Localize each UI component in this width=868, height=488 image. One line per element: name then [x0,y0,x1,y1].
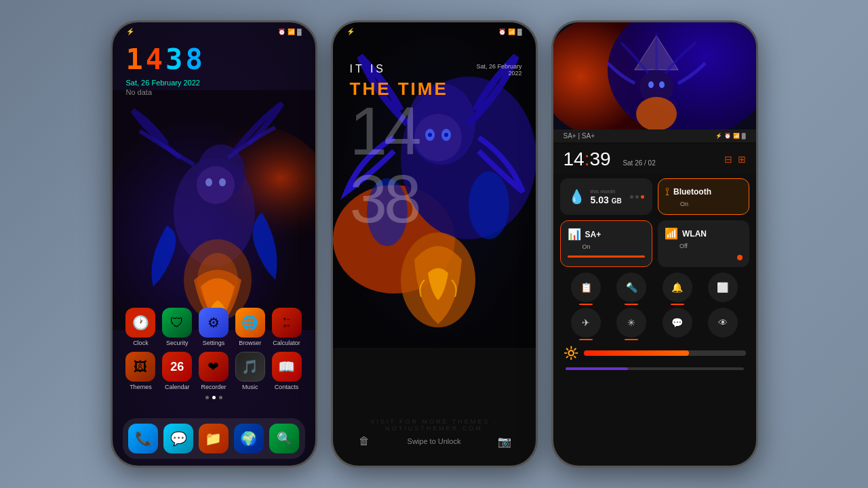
wlan-tile[interactable]: 📶 WLAN Off [658,220,749,267]
p2-alarm: ⏰ [498,28,506,35]
lock-hour: 14 [350,100,418,161]
bluetooth-title: Bluetooth [673,187,711,197]
p3-toolbar-icons: ⊟ ⊞ [724,154,746,165]
app-music[interactable]: 🎵 Music [233,352,268,390]
lock-bottom-bar: 🗑 Swipe to Unlock 📷 [333,430,536,452]
expand-btn[interactable]: ⬜ [708,272,738,302]
data-label: this month [591,188,622,195]
screenshot-btn[interactable]: 📋 [571,272,601,302]
calculator-label: Calculator [273,340,300,346]
svg-point-13 [414,114,462,161]
alarm-icon: ⏰ [278,28,285,35]
wlan-title: WLAN [682,229,707,239]
svg-point-6 [197,166,235,204]
recorder-label: Recorder [201,384,226,390]
volume-fill [566,367,628,370]
phone3-time-row: 14:39 Sat 26 / 02 ⊟ ⊞ [553,144,756,174]
app-settings[interactable]: ⚙ Settings [196,308,231,346]
volume-slider-row [560,367,749,370]
brightness-btn[interactable]: ✳ [616,308,646,338]
music-icon: 🎵 [235,352,265,382]
calendar-icon: 26 [162,352,192,382]
app-contacts[interactable]: 📖 Contacts [269,352,304,390]
dock: 📞 💬 📁 🌍 🔍 [123,418,305,459]
trash-icon[interactable]: 🗑 [353,430,375,452]
svg-point-16 [469,171,509,239]
app-security[interactable]: 🛡 Security [159,308,195,346]
p2-status-icons: ⏰ 📶 ▓ [498,28,522,35]
dock-weather[interactable]: 🌍 [234,424,264,453]
battery-icon: ▓ [297,28,302,35]
svg-point-8 [219,178,226,186]
app-calculator[interactable]: +−×÷ Calculator [269,308,304,346]
eye-btn[interactable]: 👁 [708,308,738,338]
contacts-icon: 📖 [272,352,302,382]
app-grid: 🕐 Clock 🛡 Security ⚙ Settings 🌐 Browser [113,308,315,405]
dock-folder[interactable]: 📁 [199,424,229,453]
settings-label: Settings [203,340,225,346]
bluetooth-header: ⟟ Bluetooth [665,186,742,198]
sa-tile[interactable]: 📊 SA+ On [560,220,653,267]
lock-minute: 38 [350,168,418,229]
phone3-control-panel: SA+ | SA+ ⚡ ⏰ 📶 ▓ 14:39 Sat 26 / 02 ⊟ ⊞ [551,20,758,468]
control-grid: 💧 this month 5.03 GB [560,178,749,375]
alarm-btn[interactable]: 🔔 [663,272,692,302]
wifi-icon: 📶 [665,227,678,240]
data-unit: GB [612,197,622,205]
it-is-label: IT IS [350,63,448,75]
p3-signal-icon: 📶 [733,133,740,139]
brightness-fill [584,350,689,356]
app-recorder[interactable]: ❤ Recorder [196,352,231,390]
p3-grid-icon[interactable]: ⊞ [738,154,746,165]
phone1-artwork-svg [113,90,315,330]
app-row-1: 🕐 Clock 🛡 Security ⚙ Settings 🌐 Browser [123,308,305,346]
status-icons: ⏰ 📶 ▓ [278,28,302,35]
wlan-header: 📶 WLAN [665,227,743,240]
page-dots [123,396,305,399]
app-themes[interactable]: 🖼 Themes [123,352,158,390]
lock-date-line1: Sat, 26 February [476,63,521,70]
p3-battery-icon: ▓ [742,133,746,139]
signal-icon: 📶 [288,28,295,35]
brightness-track[interactable] [584,350,746,356]
svg-point-20 [444,133,448,137]
settings-icon: ⚙ [199,308,229,338]
calendar-label: Calendar [165,384,190,390]
p3-bt-icon: ⚡ [715,133,722,139]
volume-track[interactable] [566,367,744,370]
chat-btn[interactable]: 💬 [663,308,692,338]
app-calendar[interactable]: 26 Calendar [159,352,195,390]
sa-signal-icon: 📊 [568,228,581,241]
p3-split-icon[interactable]: ⊟ [724,154,732,165]
phone3-time: 14:39 [564,148,616,169]
svg-point-19 [428,133,432,137]
swipe-to-unlock[interactable]: Swipe to Unlock [375,437,494,445]
flashlight-btn[interactable]: 🔦 [616,272,646,302]
p3-status-icons: ⚡ ⏰ 📶 ▓ [715,133,746,139]
clock-icon: 🕐 [125,308,155,338]
camera-icon[interactable]: 📷 [494,430,515,452]
lock-date-line2: 2022 [476,70,521,77]
browser-icon: 🌐 [235,308,265,338]
sa-indicator-bar [568,256,646,258]
digit2: 4 [146,43,164,76]
p3-alarm-icon: ⏰ [724,133,731,139]
app-browser[interactable]: 🌐 Browser [233,308,268,346]
contacts-label: Contacts [275,384,299,390]
phone3-time-date: 14:39 Sat 26 / 02 [564,148,656,170]
browser-label: Browser [239,340,261,346]
brightness-slider-row: 🔆 [560,343,749,363]
app-clock[interactable]: 🕐 Clock [123,308,158,346]
data-usage-tile[interactable]: 💧 this month 5.03 GB [560,178,653,215]
dot3 [219,396,222,399]
dock-browser[interactable]: 🔍 [269,424,299,453]
send-btn[interactable]: ✈ [571,308,601,338]
phone3-header-artwork [553,22,756,131]
bluetooth-tile[interactable]: ⟟ Bluetooth On [658,178,749,215]
dock-messages[interactable]: 💬 [163,424,193,453]
ctrl-small-row-2: ✈ ✳ 💬 👁 [560,308,749,338]
security-label: Security [166,340,189,346]
dock-phone[interactable]: 📞 [128,424,158,453]
svg-point-7 [205,178,212,186]
sa-status: On [583,243,646,250]
